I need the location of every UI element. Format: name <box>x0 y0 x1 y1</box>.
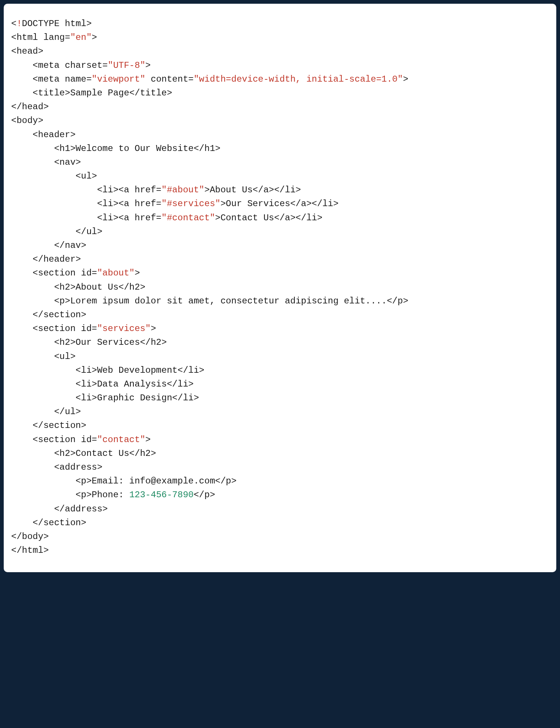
code-line: </head> <box>11 102 49 112</box>
code-line: <!DOCTYPE html> <box>11 19 92 29</box>
code-line: <head> <box>11 46 43 56</box>
code-line: <header> <box>11 130 76 140</box>
code-line: <body> <box>11 116 43 126</box>
code-line: <h1>Welcome to Our Website</h1> <box>11 144 221 154</box>
code-line: </section> <box>11 420 86 431</box>
code-line: </nav> <box>11 240 86 250</box>
code-block: <!DOCTYPE html> <html lang="en"> <head> … <box>4 4 556 572</box>
code-line: </html> <box>11 545 49 555</box>
code-line: <h2>About Us</h2> <box>11 282 145 292</box>
code-line: </header> <box>11 254 81 264</box>
code-line: <html lang="en"> <box>11 32 97 42</box>
code-line: <section id="services"> <box>11 324 156 334</box>
code-line: <p>Lorem ipsum dolor sit amet, consectet… <box>11 296 408 306</box>
code-line: <li><a href="#about">About Us</a></li> <box>11 185 301 195</box>
code-line: <ul> <box>11 171 97 181</box>
code-line: <li>Web Development</li> <box>11 365 205 375</box>
code-line: <meta charset="UTF-8"> <box>11 60 151 70</box>
code-line: <meta name="viewport" content="width=dev… <box>11 74 408 84</box>
code-line: <section id="contact"> <box>11 435 151 445</box>
code-line: <address> <box>11 462 102 472</box>
code-line: </section> <box>11 518 86 528</box>
code-line: </address> <box>11 504 108 514</box>
code-line: <li><a href="#services">Our Services</a>… <box>11 199 339 209</box>
code-line: </ul> <box>11 407 81 417</box>
code-line: <title>Sample Page</title> <box>11 88 172 98</box>
code-line: <nav> <box>11 157 81 167</box>
code-line: <p>Phone: 123-456-7890</p> <box>11 490 215 500</box>
code-line: <ul> <box>11 352 76 362</box>
code-line: <h2>Contact Us</h2> <box>11 448 156 458</box>
code-line: <li>Data Analysis</li> <box>11 379 194 389</box>
code-line: <p>Email: info@example.com</p> <box>11 476 237 486</box>
code-line: </body> <box>11 532 49 542</box>
code-line: </section> <box>11 310 86 320</box>
code-line: <li><a href="#contact">Contact Us</a></l… <box>11 213 322 223</box>
code-line: <section id="about"> <box>11 268 140 278</box>
code-line: </ul> <box>11 227 102 237</box>
code-line: <li>Graphic Design</li> <box>11 393 199 403</box>
code-line: <h2>Our Services</h2> <box>11 337 167 347</box>
